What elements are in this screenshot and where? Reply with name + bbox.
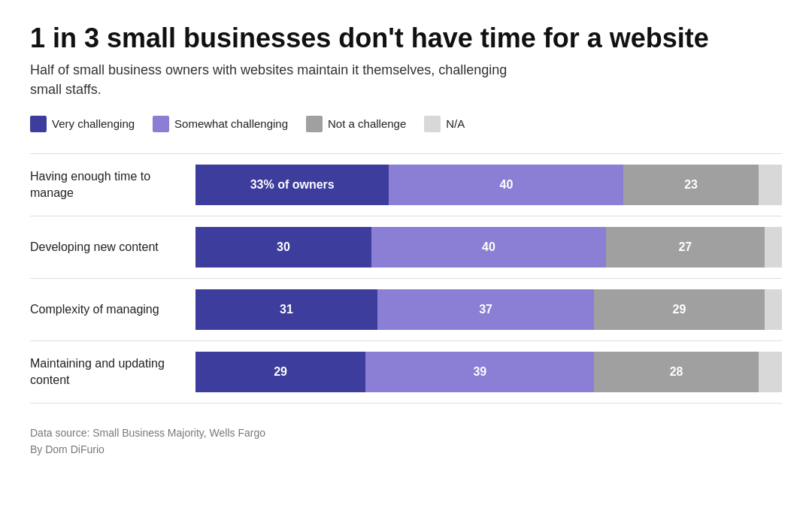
chart-row-3: Maintaining and updating content293928 xyxy=(30,340,782,404)
legend-label-1: Somewhat challenging xyxy=(174,117,288,130)
bar-container-2: 313729 xyxy=(195,289,782,330)
bar-segment-1-1: 40 xyxy=(371,227,606,268)
bar-segment-2-3 xyxy=(765,289,782,330)
chart-area: Having enough time to manage33% of owner… xyxy=(30,153,782,404)
legend: Very challengingSomewhat challengingNot … xyxy=(30,116,782,132)
subtitle: Half of small business owners with websi… xyxy=(30,61,541,98)
bar-segment-3-0: 29 xyxy=(195,352,365,392)
chart-row-1: Developing new content304027 xyxy=(30,216,782,278)
bar-container-0: 33% of owners4023 xyxy=(195,165,782,205)
bar-segment-0-1: 40 xyxy=(389,165,623,205)
bar-segment-3-2: 28 xyxy=(594,352,758,392)
row-label-1: Developing new content xyxy=(30,239,195,255)
bar-segment-3-1: 39 xyxy=(365,352,594,392)
legend-item-2: Not a challenge xyxy=(306,116,406,132)
legend-swatch-2 xyxy=(306,116,323,132)
legend-label-0: Very challenging xyxy=(52,117,135,130)
main-title: 1 in 3 small businesses don't have time … xyxy=(30,23,782,53)
row-label-3: Maintaining and updating content xyxy=(30,355,195,388)
row-label-2: Complexity of managing xyxy=(30,301,195,318)
bar-segment-2-1: 37 xyxy=(377,289,595,330)
bar-segment-0-3 xyxy=(759,165,782,205)
footer-line2: By Dom DiFurio xyxy=(30,441,782,458)
bar-segment-2-2: 29 xyxy=(594,289,764,330)
bar-segment-0-2: 23 xyxy=(623,165,758,205)
bar-segment-0-0: 33% of owners xyxy=(195,165,389,205)
bar-segment-2-0: 31 xyxy=(195,289,377,330)
bar-segment-1-3 xyxy=(765,227,782,268)
legend-swatch-1 xyxy=(153,116,169,132)
legend-label-3: N/A xyxy=(446,117,465,130)
bar-segment-1-0: 30 xyxy=(195,227,371,268)
bar-segment-3-3 xyxy=(759,352,782,392)
legend-item-0: Very challenging xyxy=(30,116,135,132)
legend-item-3: N/A xyxy=(424,116,465,132)
footer: Data source: Small Business Majority, We… xyxy=(30,425,782,458)
bar-container-1: 304027 xyxy=(195,227,782,268)
chart-row-2: Complexity of managing313729 xyxy=(30,278,782,340)
chart-row-0: Having enough time to manage33% of owner… xyxy=(30,153,782,216)
legend-item-1: Somewhat challenging xyxy=(153,116,288,132)
footer-line1: Data source: Small Business Majority, We… xyxy=(30,425,782,441)
bar-container-3: 293928 xyxy=(195,352,782,392)
legend-swatch-0 xyxy=(30,116,47,132)
legend-label-2: Not a challenge xyxy=(328,117,406,130)
bar-segment-1-2: 27 xyxy=(606,227,765,268)
legend-swatch-3 xyxy=(424,116,441,132)
row-label-0: Having enough time to manage xyxy=(30,168,195,201)
